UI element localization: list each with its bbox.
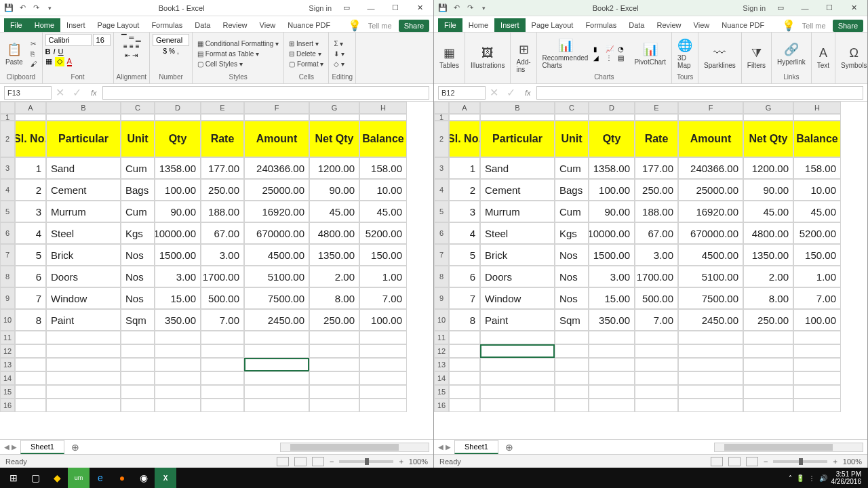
zoom-in-button[interactable]: + bbox=[399, 458, 403, 466]
cell[interactable] bbox=[743, 344, 793, 358]
cell[interactable]: Cement bbox=[480, 179, 555, 201]
select-all[interactable] bbox=[434, 102, 449, 114]
cell[interactable] bbox=[480, 385, 555, 399]
cell[interactable] bbox=[793, 344, 841, 358]
cell[interactable]: 67.00 bbox=[635, 222, 678, 244]
cell[interactable]: 100.00 bbox=[359, 309, 407, 331]
col-header[interactable]: H bbox=[793, 102, 841, 114]
zoom-slider[interactable] bbox=[773, 460, 827, 463]
cell[interactable] bbox=[480, 358, 555, 371]
row-header[interactable]: 15 bbox=[0, 385, 15, 399]
cell[interactable] bbox=[201, 385, 244, 399]
cell[interactable]: Window bbox=[46, 287, 121, 309]
indent-inc-button[interactable]: ⇥ bbox=[132, 52, 138, 59]
cell[interactable] bbox=[46, 399, 121, 412]
percent-button[interactable]: % bbox=[169, 47, 175, 55]
cell[interactable] bbox=[155, 385, 201, 399]
task-view-icon[interactable]: ▢ bbox=[24, 468, 46, 488]
addins-button[interactable]: ⊞Add-ins bbox=[513, 41, 533, 75]
tab-review[interactable]: Review bbox=[650, 18, 687, 32]
cell[interactable]: 4500.00 bbox=[244, 244, 309, 266]
cell[interactable]: 100.00 bbox=[793, 309, 841, 331]
row-header[interactable]: 12 bbox=[434, 344, 449, 358]
col-header[interactable]: C bbox=[555, 102, 589, 114]
sparklines-button[interactable]: 〰Sparklines bbox=[701, 45, 738, 70]
cell[interactable]: 7 bbox=[449, 287, 480, 309]
header-cell[interactable]: Sl. No. bbox=[15, 121, 46, 157]
row-header[interactable]: 13 bbox=[434, 358, 449, 371]
currency-button[interactable]: $ bbox=[163, 47, 167, 55]
cell[interactable]: Brick bbox=[480, 244, 555, 266]
cell[interactable] bbox=[15, 358, 46, 371]
cell-styles-button[interactable]: ▢ Cell Styles ▾ bbox=[195, 60, 281, 68]
cell[interactable] bbox=[121, 385, 155, 399]
cell[interactable] bbox=[244, 344, 309, 358]
tab-page-layout[interactable]: Page Layout bbox=[92, 18, 146, 32]
cell[interactable] bbox=[678, 358, 743, 371]
row-header[interactable]: 16 bbox=[434, 399, 449, 412]
cell[interactable] bbox=[15, 331, 46, 344]
cell[interactable] bbox=[480, 399, 555, 412]
row-header[interactable]: 4 bbox=[434, 179, 449, 201]
header-cell[interactable]: Rate bbox=[635, 121, 678, 157]
add-sheet-button[interactable]: ⊕ bbox=[64, 442, 86, 453]
cell[interactable]: Bags bbox=[121, 179, 155, 201]
col-header[interactable]: G bbox=[743, 102, 793, 114]
cell[interactable]: 1 bbox=[15, 157, 46, 179]
copy-icon[interactable]: ⎘ bbox=[28, 49, 39, 58]
cell[interactable]: 5 bbox=[449, 244, 480, 266]
row-header[interactable]: 16 bbox=[0, 399, 15, 412]
close-button[interactable]: ✕ bbox=[844, 1, 863, 16]
cell[interactable]: 177.00 bbox=[635, 157, 678, 179]
select-all[interactable] bbox=[0, 102, 15, 114]
row-header[interactable]: 1 bbox=[0, 114, 15, 121]
cell[interactable]: 2.00 bbox=[309, 266, 359, 287]
cell[interactable]: 2450.00 bbox=[244, 309, 309, 331]
cell[interactable] bbox=[15, 114, 46, 121]
cut-icon[interactable]: ✂ bbox=[28, 39, 39, 48]
cell[interactable]: 2 bbox=[449, 179, 480, 201]
cell[interactable] bbox=[201, 358, 244, 371]
cell[interactable] bbox=[121, 371, 155, 385]
row-header[interactable]: 7 bbox=[434, 244, 449, 266]
tellme-input[interactable]: Tell me bbox=[798, 20, 830, 31]
minimize-button[interactable]: — bbox=[795, 1, 814, 16]
app-icon[interactable]: ◆ bbox=[46, 468, 68, 488]
cell[interactable]: 10000.00 bbox=[155, 222, 201, 244]
row-header[interactable]: 10 bbox=[434, 309, 449, 331]
name-box[interactable] bbox=[438, 86, 486, 100]
row-header[interactable]: 13 bbox=[0, 358, 15, 371]
cell[interactable] bbox=[635, 371, 678, 385]
cell[interactable] bbox=[15, 385, 46, 399]
cell[interactable]: 16920.00 bbox=[678, 201, 743, 222]
cell[interactable] bbox=[793, 358, 841, 371]
cell[interactable] bbox=[46, 358, 121, 371]
cell[interactable] bbox=[244, 331, 309, 344]
cell[interactable]: 3.00 bbox=[635, 244, 678, 266]
zoom-out-button[interactable]: − bbox=[330, 458, 334, 466]
page-break-view-button[interactable] bbox=[312, 457, 324, 466]
cell[interactable]: 8 bbox=[449, 309, 480, 331]
cell[interactable] bbox=[201, 331, 244, 344]
share-button[interactable]: Share bbox=[833, 20, 863, 32]
cell[interactable] bbox=[309, 399, 359, 412]
cell[interactable]: 177.00 bbox=[201, 157, 244, 179]
row-header[interactable]: 1 bbox=[434, 114, 449, 121]
cell[interactable] bbox=[635, 399, 678, 412]
cell[interactable] bbox=[15, 371, 46, 385]
cell[interactable]: Sand bbox=[46, 157, 121, 179]
cell[interactable]: 8.00 bbox=[309, 287, 359, 309]
header-cell[interactable]: Particular bbox=[46, 121, 121, 157]
qat-dropdown-icon[interactable]: ▾ bbox=[45, 3, 54, 13]
cell[interactable]: 1 bbox=[449, 157, 480, 179]
col-header[interactable]: A bbox=[15, 102, 46, 114]
3d-map-button[interactable]: 🌐3D Map bbox=[675, 37, 695, 70]
header-cell[interactable]: Amount bbox=[678, 121, 743, 157]
tab-home[interactable]: Home bbox=[462, 18, 494, 32]
cell[interactable]: 67.00 bbox=[201, 222, 244, 244]
cell[interactable] bbox=[589, 114, 635, 121]
filters-button[interactable]: ⧩Filters bbox=[745, 45, 768, 70]
align-right-button[interactable]: ≡ bbox=[136, 43, 140, 50]
cell[interactable] bbox=[589, 371, 635, 385]
chart-scatter-icon[interactable]: ⋮ bbox=[606, 54, 616, 62]
